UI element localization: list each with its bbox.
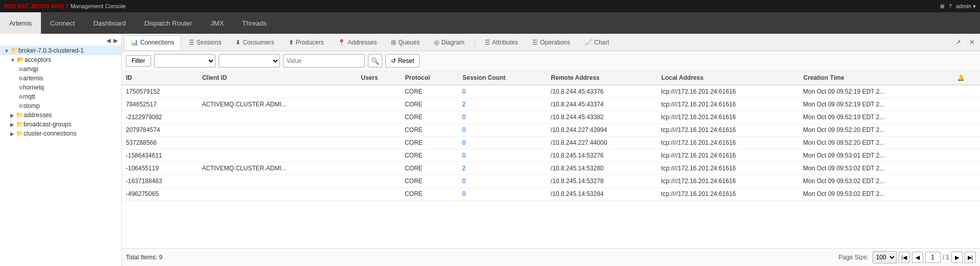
tree-item-artemis[interactable]: ⚙ artemis: [0, 74, 121, 83]
cell-client-id: [198, 188, 356, 201]
cell-session-count[interactable]: 2: [458, 162, 547, 175]
cell-creation-time: Mon Oct 09 09:52:19 EDT 2...: [799, 111, 952, 124]
chevron-right-icon-3: ▶: [10, 131, 14, 137]
tab-consumers[interactable]: ⬇ Consumers: [229, 35, 280, 50]
filter-operator-select[interactable]: [219, 54, 280, 68]
filter-search-button[interactable]: 🔍: [368, 54, 382, 68]
nav-dispatch-router[interactable]: Dispatch Router: [135, 12, 201, 34]
folder-icon-5: 📁: [16, 130, 24, 137]
tree-label-artemis: artemis: [23, 75, 43, 82]
next-page-button[interactable]: ▶: [951, 252, 963, 263]
expand-button[interactable]: ▶: [112, 37, 119, 45]
cell-remote-address: /10.8.244.227:44000: [547, 137, 657, 149]
page-total-label: / 1: [943, 254, 949, 261]
content-area: 📊 Connections ☰ Sessions ⬇ Consumers ⬆ P…: [122, 34, 980, 266]
tree-item-addresses[interactable]: ▶ 📁 addresses: [0, 110, 121, 120]
cell-creation-time: Mon Oct 09 09:52:20 EDT 2...: [799, 124, 952, 137]
help-icon: ?: [949, 3, 952, 9]
table-row: -106455119ACTIVEMQ.CLUSTER.ADMI...CORE2/…: [122, 162, 980, 175]
tree-label-mqtt: mqtt: [23, 93, 35, 100]
tab-addresses[interactable]: 📍 Addresses: [331, 35, 383, 50]
cell-protocol: CORE: [401, 124, 458, 137]
tree-item-stomp[interactable]: ⚙ stomp: [0, 101, 121, 110]
table-row: 537288566CORE0/10.8.244.227:44000tcp:///…: [122, 137, 980, 149]
tree-item-broadcast-groups[interactable]: ▶ 📁 broadcast-groups: [0, 120, 121, 129]
cell-session-count[interactable]: 0: [458, 149, 547, 162]
cell-session-count[interactable]: 0: [458, 175, 547, 188]
tree-item-acceptors[interactable]: ▼ 📂 acceptors: [0, 55, 121, 64]
tab-connections[interactable]: 📊 Connections: [124, 35, 181, 50]
nav-bar: Artemis Connect Dashboard Dispatch Route…: [0, 12, 980, 34]
prev-page-button[interactable]: ◀: [912, 252, 923, 263]
tab-separator: [474, 37, 475, 48]
tab-attributes[interactable]: ☰ Attributes: [478, 35, 525, 50]
cell-client-id: [198, 149, 356, 162]
cell-users: [357, 162, 401, 175]
nav-threads[interactable]: Threads: [233, 12, 276, 34]
total-items-label: Total Items: 9: [126, 254, 162, 261]
connections-table-container: ID Client ID Users Protocol Session Coun…: [122, 71, 980, 248]
cell-id: -1586434611: [122, 149, 198, 162]
reset-icon: ↺: [391, 57, 396, 64]
cell-users: [357, 85, 401, 98]
pagination: Page Size: 100 50 25 |◀ ◀ / 1 ▶ ▶|: [839, 251, 976, 263]
cell-session-count[interactable]: 0: [458, 137, 547, 149]
tab-operations[interactable]: ☰ Operations: [526, 35, 577, 50]
gear-icon-mqtt: ⚙: [18, 94, 23, 100]
tab-producers[interactable]: ⬆ Producers: [282, 35, 331, 50]
filter-value-input[interactable]: [283, 54, 365, 68]
tree-label-broker: broker-7.0.3-clustered-1: [18, 47, 84, 54]
cell-remote-address: /10.8.244.45:43376: [547, 85, 657, 98]
nav-jmx[interactable]: JMX: [201, 12, 233, 34]
cell-users: [357, 111, 401, 124]
col-header-extra: 🔔: [952, 71, 980, 85]
cell-session-count[interactable]: 0: [458, 111, 547, 124]
cell-client-id: ACTIVEMQ.CLUSTER.ADMI...: [198, 98, 356, 111]
tree-item-hornetq[interactable]: ⚙ hornetq: [0, 83, 121, 92]
popout-button[interactable]: ↗: [952, 37, 964, 47]
cell-extra: [952, 188, 980, 201]
table-row: -2122979082CORE0/10.8.244.45:43382tcp://…: [122, 111, 980, 124]
cell-protocol: CORE: [401, 85, 458, 98]
filter-button[interactable]: Filter: [126, 55, 151, 66]
tree-label-stomp: stomp: [23, 102, 40, 109]
first-page-button[interactable]: |◀: [899, 252, 910, 263]
cell-session-count[interactable]: 0: [458, 188, 547, 201]
tree-item-mqtt[interactable]: ⚙ mqtt: [0, 92, 121, 101]
cell-users: [357, 175, 401, 188]
tab-sessions[interactable]: ☰ Sessions: [182, 35, 228, 50]
cell-id: -2122979082: [122, 111, 198, 124]
last-page-button[interactable]: ▶|: [965, 252, 976, 263]
cell-remote-address: /10.8.245.14:53278: [547, 175, 657, 188]
cell-session-count[interactable]: 0: [458, 124, 547, 137]
page-size-select[interactable]: 100 50 25: [873, 251, 897, 263]
cell-session-count[interactable]: 2: [458, 98, 547, 111]
nav-dashboard[interactable]: Dashboard: [84, 12, 135, 34]
tab-diagram[interactable]: ◎ Diagram: [427, 35, 471, 50]
nav-artemis[interactable]: Artemis: [0, 12, 41, 34]
cell-session-count[interactable]: 0: [458, 85, 547, 98]
map-icon: 📍: [338, 39, 345, 46]
cell-client-id: [198, 85, 356, 98]
nav-connect[interactable]: Connect: [41, 12, 84, 34]
table-row: 1750579152CORE0/10.8.244.45:43376tcp:///…: [122, 85, 980, 98]
cell-extra: [952, 111, 980, 124]
gear-icon-hornetq: ⚙: [18, 85, 23, 91]
tree-item-broker[interactable]: ▼ 📁 broker-7.0.3-clustered-1: [0, 46, 121, 55]
cell-local-address: tcp:////172.16.201.24:61616: [657, 149, 799, 162]
tab-queues[interactable]: ⊞ Queues: [384, 35, 426, 50]
filter-field-select[interactable]: [154, 54, 215, 68]
brand-label: RED HAT JBOSS AMQ 7: [4, 3, 69, 9]
col-header-id: ID: [122, 71, 198, 85]
tab-chart[interactable]: 📈 Chart: [578, 35, 616, 50]
list-icon-sessions: ☰: [189, 39, 194, 46]
user-menu[interactable]: admin ▾: [956, 3, 976, 10]
collapse-button[interactable]: ◀: [105, 37, 112, 45]
filter-reset-button[interactable]: ↺ Reset: [385, 54, 420, 68]
page-number-input[interactable]: [925, 252, 941, 263]
cell-id: -496275065: [122, 188, 198, 201]
tree-item-amqp[interactable]: ⚙ amqp: [0, 64, 121, 74]
close-tab-button[interactable]: ✕: [966, 37, 978, 47]
tree-item-cluster-connections[interactable]: ▶ 📁 cluster-connections: [0, 129, 121, 138]
cell-id: 784652517: [122, 98, 198, 111]
